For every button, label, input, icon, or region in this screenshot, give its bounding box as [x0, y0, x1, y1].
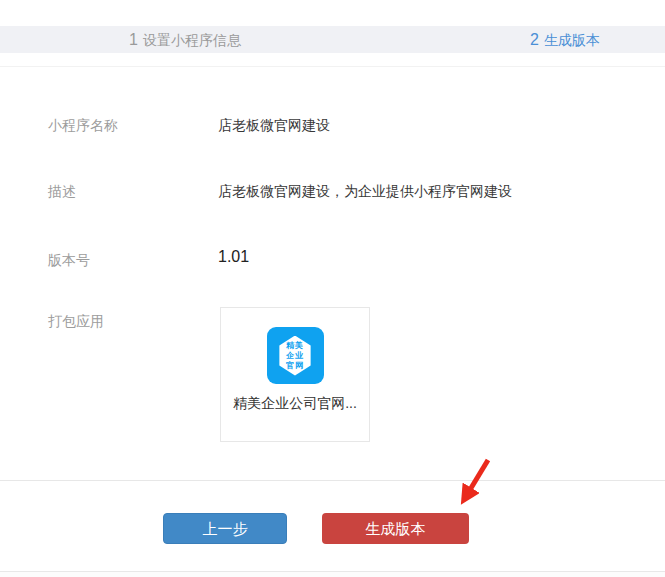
step-2-label: 生成版本: [544, 32, 600, 48]
hexagon-logo-shape: 精美 企业 官网: [278, 336, 312, 376]
app-card-caption: 精美企业公司官网...: [221, 395, 369, 413]
mini-program-version-wizard: 1设置小程序信息 2生成版本 小程序名称 店老板微官网建设 描述 店老板微官网建…: [0, 0, 665, 577]
step-2-generate-version[interactable]: 2生成版本: [530, 26, 600, 53]
logo-text-line-3: 官网: [286, 361, 304, 371]
field-label-app-name: 小程序名称: [48, 115, 118, 135]
field-label-version: 版本号: [48, 250, 90, 270]
packaged-app-card[interactable]: 精美 企业 官网 精美企业公司官网...: [220, 307, 370, 442]
bottom-divider: [0, 571, 665, 577]
app-logo-icon: 精美 企业 官网: [267, 327, 324, 384]
footer-divider: [0, 480, 665, 481]
logo-text-line-2: 企业: [286, 351, 304, 361]
previous-step-button[interactable]: 上一步: [163, 513, 287, 544]
step-1-number: 1: [129, 31, 138, 48]
header-divider: [0, 66, 665, 67]
step-bar: 1设置小程序信息 2生成版本: [0, 26, 665, 53]
field-label-description: 描述: [48, 181, 76, 201]
step-1-setup-info[interactable]: 1设置小程序信息: [129, 26, 241, 53]
annotation-arrow-icon: [449, 455, 495, 511]
logo-text-line-1: 精美: [286, 341, 304, 351]
step-2-number: 2: [530, 31, 539, 48]
field-value-description: 店老板微官网建设，为企业提供小程序官网建设: [218, 181, 512, 201]
generate-version-button[interactable]: 生成版本: [322, 513, 469, 544]
field-label-packaged-app: 打包应用: [48, 311, 104, 331]
field-value-app-name: 店老板微官网建设: [218, 115, 330, 135]
step-1-label: 设置小程序信息: [143, 32, 241, 48]
field-value-version: 1.01: [218, 247, 249, 267]
